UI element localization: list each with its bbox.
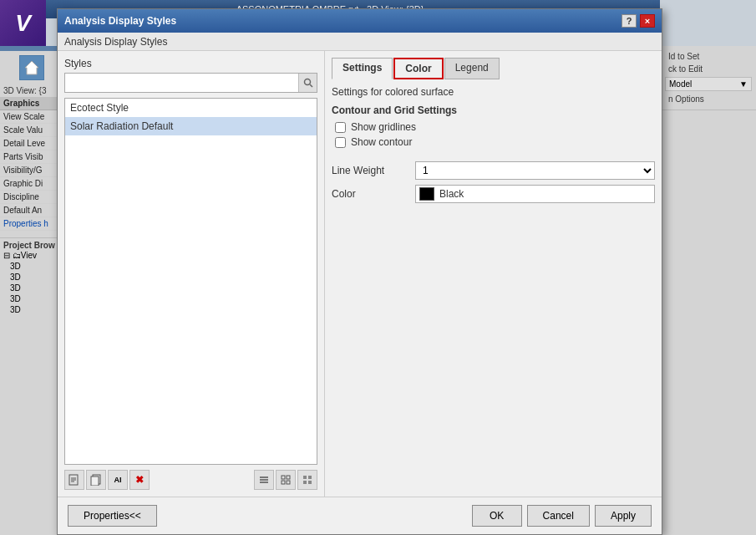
delete-style-button[interactable]: ✖ — [129, 470, 150, 490]
left-properties-panel: 3D View: {3 Graphics View Scale Scale Va… — [0, 46, 63, 535]
graphics-section: Graphics — [0, 97, 63, 110]
dialog-footer: Properties<< OK Cancel Apply — [58, 497, 662, 534]
3d-view-3[interactable]: 3D — [3, 283, 59, 293]
line-weight-row: Line Weight 1 2 3 4 5 — [332, 161, 655, 180]
tab-legend[interactable]: Legend — [444, 58, 500, 79]
3d-view-5[interactable]: 3D — [3, 304, 59, 315]
dialog-help-button[interactable]: ? — [622, 14, 637, 28]
dialog-title: Analysis Display Styles — [64, 15, 176, 27]
grid-view-button[interactable] — [276, 470, 296, 490]
new-style-button[interactable] — [64, 470, 84, 490]
back-to-edit-btn[interactable]: ck to Edit — [665, 63, 752, 75]
graphic-display-row: Graphic Di — [0, 177, 63, 191]
id-to-set-btn[interactable]: Id to Set — [665, 50, 752, 63]
properties-button[interactable]: Properties<< — [68, 505, 157, 527]
show-gridlines-row: Show gridlines — [332, 121, 655, 133]
line-weight-select[interactable]: 1 2 3 4 5 — [415, 161, 655, 180]
footer-right: OK Cancel Apply — [472, 505, 652, 527]
contour-grid-section: Contour and Grid Settings Show gridlines… — [332, 104, 655, 151]
dialog-body: Styles Ecotect Style Solar Radiation Def… — [58, 51, 662, 497]
color-swatch — [419, 187, 434, 201]
3d-view-1[interactable]: 3D — [3, 261, 59, 272]
style-item-solar[interactable]: Solar Radiation Default — [65, 117, 317, 135]
color-row: Color Black — [332, 185, 655, 203]
view-scale-row: View Scale — [0, 110, 63, 124]
styles-toolbar: AI ✖ — [64, 470, 317, 490]
svg-rect-23 — [282, 481, 285, 484]
svg-rect-22 — [287, 476, 290, 479]
project-browser-label: Project Brow — [3, 241, 59, 250]
duplicate-icon — [90, 474, 102, 486]
view-buttons — [254, 470, 317, 490]
search-container — [64, 73, 317, 93]
dialog-close-button[interactable]: × — [640, 14, 655, 28]
style-item-ecotect[interactable]: Ecotect Style — [65, 99, 317, 117]
grid-view-icon — [281, 475, 291, 485]
revit-logo: V — [0, 0, 46, 46]
cancel-button[interactable]: Cancel — [527, 505, 590, 527]
parts-visibility-row: Parts Visib — [0, 150, 63, 164]
rename-style-button[interactable]: AI — [108, 470, 128, 490]
contour-grid-title: Contour and Grid Settings — [332, 104, 655, 116]
properties-help-row[interactable]: Properties h — [0, 217, 63, 231]
dialog-subtitle: Analysis Display Styles — [58, 33, 662, 51]
dialog-title-bar: Analysis Display Styles ? × — [58, 9, 662, 33]
properties-header — [0, 46, 63, 51]
svg-rect-21 — [282, 476, 285, 479]
ok-button[interactable]: OK — [472, 505, 522, 527]
house-icon[interactable] — [19, 55, 44, 80]
search-icon-button[interactable] — [298, 74, 317, 92]
svg-rect-26 — [308, 476, 312, 479]
revit-logo-v: V — [15, 10, 31, 37]
list-view-button[interactable] — [254, 470, 274, 490]
styles-pane: Styles Ecotect Style Solar Radiation Def… — [58, 51, 325, 497]
visibility-row: Visibility/G — [0, 164, 63, 177]
svg-rect-25 — [303, 476, 307, 479]
new-icon — [68, 474, 80, 486]
3d-view-2[interactable]: 3D — [3, 272, 59, 283]
views-tree-item[interactable]: ⊟ 🗂 Viev — [3, 250, 59, 261]
styles-label: Styles — [64, 58, 317, 69]
discipline-row: Discipline — [0, 191, 63, 204]
search-icon — [303, 78, 313, 88]
svg-line-11 — [310, 84, 312, 87]
scale-value-row: Scale Valu — [0, 124, 63, 137]
view-label: 3D View: {3 — [0, 84, 63, 97]
settings-pane: Settings Color Legend Settings for color… — [325, 51, 662, 497]
large-view-icon — [302, 475, 312, 485]
default-analysis-row: Default An — [0, 204, 63, 217]
color-label: Color — [332, 188, 415, 200]
detail-level-row: Detail Leve — [0, 137, 63, 150]
svg-rect-28 — [308, 481, 312, 484]
svg-marker-0 — [25, 61, 38, 74]
large-view-button[interactable] — [297, 470, 317, 490]
show-contour-label: Show contour — [351, 136, 412, 148]
svg-rect-27 — [303, 481, 307, 484]
3d-view-4[interactable]: 3D — [3, 293, 59, 304]
svg-rect-17 — [91, 476, 99, 486]
analysis-display-styles-dialog: Analysis Display Styles ? × Analysis Dis… — [57, 8, 662, 535]
options-btn[interactable]: n Options — [665, 93, 752, 105]
styles-list: Ecotect Style Solar Radiation Default — [64, 98, 317, 465]
styles-search-input[interactable] — [65, 74, 298, 91]
settings-for-label: Settings for colored surface — [332, 86, 655, 98]
right-toolbar-top: Id to Set ck to Edit Model ▼ n Options — [661, 46, 756, 110]
list-view-icon — [259, 475, 269, 485]
color-name-label: Black — [439, 188, 464, 200]
duplicate-style-button[interactable] — [86, 470, 106, 490]
svg-rect-24 — [287, 481, 290, 484]
model-dropdown[interactable]: Model ▼ — [665, 77, 752, 91]
right-toolbar: Id to Set ck to Edit Model ▼ n Options — [660, 46, 756, 535]
svg-point-10 — [304, 79, 310, 85]
show-contour-checkbox[interactable] — [335, 137, 346, 148]
tabs: Settings Color Legend — [332, 58, 655, 79]
apply-button[interactable]: Apply — [595, 505, 652, 527]
line-weight-label: Line Weight — [332, 165, 415, 176]
dialog-title-controls: ? × — [622, 14, 655, 28]
tab-settings[interactable]: Settings — [332, 58, 393, 79]
footer-left: Properties<< — [68, 505, 157, 527]
show-gridlines-checkbox[interactable] — [335, 122, 346, 133]
color-button[interactable]: Black — [415, 185, 655, 203]
tab-color[interactable]: Color — [393, 58, 443, 79]
show-gridlines-label: Show gridlines — [351, 121, 416, 133]
